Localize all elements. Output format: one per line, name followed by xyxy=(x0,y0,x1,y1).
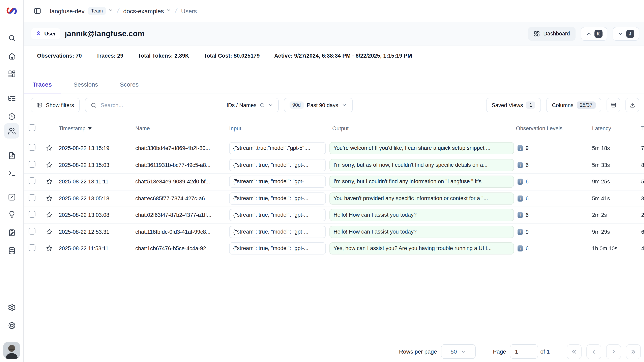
row-checkbox[interactable] xyxy=(28,161,36,169)
table-row[interactable]: 2025-08-22 13:03:08 chat:02f63f47-87b2-4… xyxy=(24,207,644,224)
bookmark-star-icon[interactable] xyxy=(46,228,53,236)
date-range-button[interactable]: 90d Past 90 days xyxy=(284,98,353,112)
row-checkbox[interactable] xyxy=(28,178,36,186)
project-switcher[interactable] xyxy=(166,7,171,14)
export-button[interactable] xyxy=(626,98,639,112)
page-number-input[interactable] xyxy=(510,344,538,359)
breadcrumb-org[interactable]: langfuse-dev xyxy=(50,8,84,14)
table-row[interactable]: 2025-08-22 13:15:03 chat:3611931b-bc77-4… xyxy=(24,157,644,174)
observation-count: 6 xyxy=(526,162,528,168)
user-avatar[interactable] xyxy=(3,342,20,359)
sidebar-item-playground[interactable] xyxy=(4,166,19,181)
bookmark-star-icon[interactable] xyxy=(46,195,53,202)
bookmark-star-icon[interactable] xyxy=(46,144,53,152)
show-filters-button[interactable]: Show filters xyxy=(30,98,80,112)
trace-name[interactable]: chat:1cb67476-b5ce-4c4a-92... xyxy=(135,246,211,252)
chevrons-left-icon xyxy=(571,348,577,354)
sidebar-item-support[interactable] xyxy=(4,318,19,333)
select-all-checkbox[interactable] xyxy=(28,124,36,132)
trace-name[interactable]: chat:513e84e9-9039-42d0-bf... xyxy=(135,179,210,185)
previous-page-button[interactable] xyxy=(586,344,601,359)
trace-output-cell[interactable]: You’re welcome! If you’d like, I can sha… xyxy=(330,142,514,154)
tab-traces[interactable]: Traces xyxy=(24,76,60,94)
trace-input-cell[interactable]: {"stream": true, "model": "gpt-... xyxy=(229,209,326,221)
row-checkbox[interactable] xyxy=(28,144,36,152)
sidebar-item-settings[interactable] xyxy=(4,300,19,315)
row-checkbox[interactable] xyxy=(28,228,36,236)
sidebar-item-annotation[interactable] xyxy=(4,225,19,240)
chevrons-right-icon xyxy=(630,348,636,354)
sidebar-item-dashboards[interactable] xyxy=(4,66,19,81)
dashboard-button[interactable]: Dashboard xyxy=(528,27,576,40)
bookmark-star-icon[interactable] xyxy=(46,212,53,219)
row-checkbox[interactable] xyxy=(28,211,36,220)
trace-name[interactable]: chat:ec685f77-7374-427c-a6... xyxy=(135,196,210,202)
org-switcher[interactable] xyxy=(108,7,113,14)
title-bar: User jannik@langfuse.com Dashboard K J xyxy=(24,22,644,46)
tab-scores[interactable]: Scores xyxy=(111,76,148,94)
trace-name[interactable]: chat:02f63f47-87b2-4377-a1ff... xyxy=(135,212,212,218)
observation-count: 9 xyxy=(526,229,528,235)
columns-button[interactable]: Columns 25/37 xyxy=(546,98,601,112)
breadcrumb-separator: / xyxy=(174,7,178,15)
sidebar-item-home[interactable] xyxy=(4,48,19,64)
row-checkbox[interactable] xyxy=(28,244,36,253)
breadcrumb-project[interactable]: docs-examples xyxy=(123,8,164,14)
row-height-button[interactable] xyxy=(606,98,620,112)
observation-count: 6 xyxy=(526,196,528,202)
sidebar-item-datasets[interactable] xyxy=(4,243,19,258)
first-page-button[interactable] xyxy=(567,344,582,359)
tabs: Traces Sessions Scores xyxy=(24,66,644,94)
sidebar-item-sessions[interactable] xyxy=(4,109,19,124)
sidebar-item-evaluation[interactable] xyxy=(4,189,19,204)
bookmark-star-icon[interactable] xyxy=(46,161,53,169)
saved-views-button[interactable]: Saved Views 1 xyxy=(486,98,541,112)
search-scope-select[interactable]: IDs / Names xyxy=(226,102,274,108)
trace-input-cell[interactable]: {"stream": true, "model": "gpt-... xyxy=(229,159,326,171)
previous-user-button[interactable]: K xyxy=(581,27,607,40)
table-row[interactable]: 2025-08-22 11:53:11 chat:1cb67476-b5ce-4… xyxy=(24,240,644,257)
sidebar-item-suggestions[interactable] xyxy=(4,206,19,222)
search-input[interactable] xyxy=(101,102,223,108)
tab-sessions[interactable]: Sessions xyxy=(65,76,107,94)
trace-output-cell[interactable]: Yes, how can I assist you? Are you havin… xyxy=(330,242,514,255)
entity-type-badge: User xyxy=(31,28,60,39)
trace-output-cell[interactable]: I'm sorry, but I couldn't find any infor… xyxy=(330,176,514,188)
bookmark-star-icon[interactable] xyxy=(46,178,53,186)
trace-input-cell[interactable]: {"stream": true, "model": "gpt-... xyxy=(229,242,326,255)
trace-output-cell[interactable]: You haven't provided any specific inform… xyxy=(330,192,514,204)
sidebar xyxy=(0,0,24,362)
sidebar-item-tracing[interactable] xyxy=(4,90,19,106)
next-page-button[interactable] xyxy=(606,344,621,359)
info-level-icon: i xyxy=(518,212,523,218)
table-row[interactable]: 2025-08-22 13:11:11 chat:513e84e9-9039-4… xyxy=(24,174,644,190)
trace-input-cell[interactable]: {"stream":true,"model":"gpt-5",... xyxy=(229,142,326,154)
trace-input-cell[interactable]: {"stream": true, "model": "gpt-... xyxy=(229,192,326,204)
evaluation-percent-icon xyxy=(8,193,16,201)
trace-timestamp: 2025-08-22 13:15:03 xyxy=(59,162,109,168)
bookmark-star-icon[interactable] xyxy=(46,245,53,252)
trace-output-cell[interactable]: Hello! How can I assist you today? xyxy=(330,226,514,238)
column-header-timestamp[interactable]: Timestamp xyxy=(59,125,92,131)
table-row[interactable]: 2025-08-22 13:15:19 chat:330bd4e7-d869-4… xyxy=(24,140,644,157)
info-icon xyxy=(259,102,265,108)
sidebar-item-search[interactable] xyxy=(4,30,19,46)
trace-name[interactable]: chat:330bd4e7-d869-4b2f-80... xyxy=(135,145,210,152)
trace-input-cell[interactable]: {"stream": true, "model": "gpt-... xyxy=(229,176,326,188)
next-user-button[interactable]: J xyxy=(612,27,639,40)
trace-output-cell[interactable]: I'm sorry, but as of now, I couldn't fin… xyxy=(330,159,514,171)
trace-output-cell[interactable]: Hello! How can I assist you today? xyxy=(330,209,514,221)
trace-name[interactable]: chat:3611931b-bc77-49c5-a8... xyxy=(135,162,210,168)
sidebar-toggle-button[interactable] xyxy=(30,4,44,18)
trace-input-cell[interactable]: {"stream": true, "model": "gpt-... xyxy=(229,226,326,238)
table-row[interactable]: 2025-08-22 12:53:31 chat:116fbfdc-0fd3-4… xyxy=(24,224,644,240)
rows-per-page-select[interactable]: 50 xyxy=(441,344,476,359)
trace-name[interactable]: chat:116fbfdc-0fd3-41af-99c8... xyxy=(135,229,210,235)
trace-clipped-value: 3 xyxy=(641,196,644,202)
sidebar-item-prompts[interactable] xyxy=(4,148,19,163)
stat-observations: Observations: 70 xyxy=(37,52,82,58)
sidebar-item-users[interactable] xyxy=(4,123,19,138)
row-checkbox[interactable] xyxy=(28,194,36,203)
table-row[interactable]: 2025-08-22 13:05:18 chat:ec685f77-7374-4… xyxy=(24,190,644,207)
last-page-button[interactable] xyxy=(626,344,641,359)
